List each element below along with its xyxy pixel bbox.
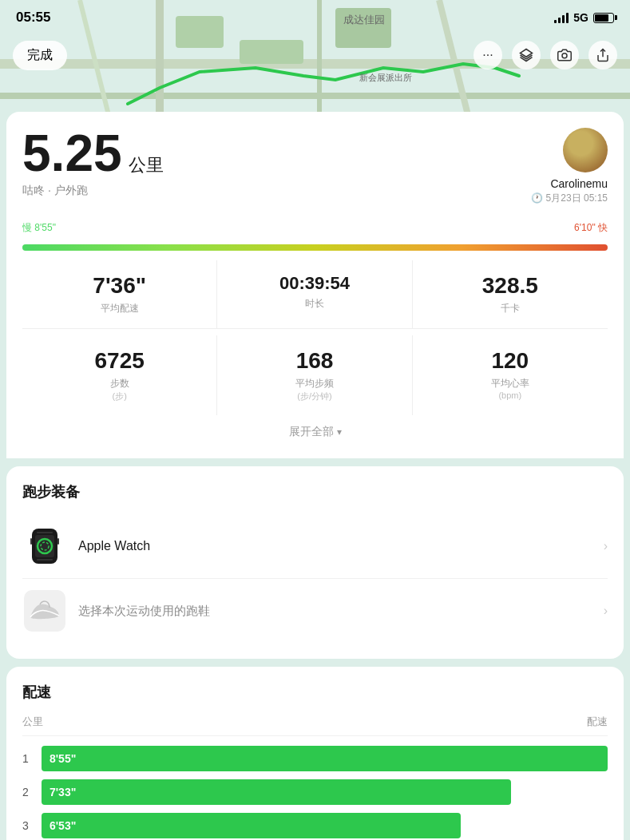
more-button[interactable]: ··· [473, 41, 502, 69]
bar-pace-label: 6'53" [50, 819, 76, 832]
km-col-label: 公里 [22, 715, 43, 729]
camera-icon [557, 48, 572, 62]
date-time: 🕐 5月23日 05:15 [531, 192, 608, 205]
bar-km-label: 3 [22, 819, 42, 832]
cadence-value: 168 [224, 348, 405, 374]
bar-fill: 8'55" [42, 746, 608, 771]
chart-header: 公里 配速 [22, 715, 608, 736]
stats-card: 5.25 公里 咕咚 · 户外跑 Carolinemu 🕐 5月23日 05:1… [6, 112, 624, 458]
signal-icon [554, 12, 569, 23]
steps-value: 6725 [29, 348, 210, 374]
cadence-sub: (步/分钟) [224, 390, 405, 402]
bar-container: 6'53" [42, 813, 608, 838]
heart-rate-cell: 120 平均心率 (bpm) [413, 335, 608, 415]
equipment-title: 跑步装备 [22, 482, 608, 501]
status-icons: 5G [554, 11, 614, 24]
bar-km-label: 2 [22, 786, 42, 798]
calories-cell: 328.5 千卡 [413, 260, 608, 328]
apple-watch-chevron: › [604, 539, 608, 553]
duration-cell: 00:39:54 时长 [217, 260, 412, 328]
layers-button[interactable] [512, 41, 541, 69]
clock-icon: 🕐 [531, 192, 543, 204]
calories-value: 328.5 [419, 273, 601, 299]
bar-pace-label: 8'55" [50, 752, 76, 765]
cadence-cell: 168 平均步频 (步/分钟) [217, 335, 412, 415]
heart-rate-value: 120 [419, 348, 601, 374]
svg-rect-19 [57, 538, 59, 545]
shoe-placeholder: 选择本次运动使用的跑鞋 [78, 604, 604, 619]
duration-label: 时长 [224, 297, 405, 311]
steps-cell: 6725 步数 (步) [22, 335, 217, 415]
pace-col-label: 配速 [587, 715, 608, 729]
more-icon: ··· [482, 48, 493, 62]
bar-row-1: 18'55" [22, 746, 608, 771]
stats-header: 5.25 公里 咕咚 · 户外跑 Carolinemu 🕐 5月23日 05:1… [22, 128, 608, 205]
bar-fill: 7'33" [42, 779, 511, 805]
bar-row-2: 27'33" [22, 779, 608, 805]
avg-pace-label: 平均配速 [29, 302, 210, 315]
avg-pace-cell: 7'36" 平均配速 [22, 260, 217, 328]
top-nav: 完成 ··· [0, 35, 630, 75]
apple-watch-name: Apple Watch [78, 539, 604, 553]
bar-km-label: 1 [22, 752, 42, 765]
layers-icon [519, 48, 533, 62]
activity-label: 咕咚 · 户外跑 [22, 184, 164, 198]
pace-bar [22, 244, 608, 251]
distance-block: 5.25 公里 咕咚 · 户外跑 [22, 128, 164, 198]
expand-label: 展开全部 [289, 425, 334, 439]
status-time: 05:55 [16, 10, 50, 26]
pace-gradient-section: 慢 8'55" 6'10" 快 [22, 221, 608, 251]
svg-rect-13 [37, 532, 53, 533]
pace-slow-label: 慢 8'55" [22, 221, 56, 235]
svg-rect-14 [37, 559, 53, 561]
heart-rate-sub: (bpm) [419, 390, 601, 400]
stats-grid-row1: 7'36" 平均配速 00:39:54 时长 328.5 千卡 [22, 260, 608, 328]
username: Carolinemu [531, 177, 608, 190]
calories-label: 千卡 [419, 302, 601, 315]
distance-unit: 公里 [129, 155, 164, 175]
avatar [563, 128, 608, 172]
status-bar: 05:55 5G [0, 0, 630, 35]
shoe-icon-container [22, 588, 67, 633]
divider-1 [22, 328, 608, 329]
battery-icon [593, 13, 614, 23]
nav-icons: ··· [473, 41, 617, 69]
user-block: Carolinemu 🕐 5月23日 05:15 [531, 128, 608, 205]
share-button[interactable] [588, 41, 617, 69]
heart-rate-label: 平均心率 [419, 377, 601, 390]
done-button[interactable]: 完成 [13, 41, 67, 70]
avg-pace-value: 7'36" [29, 273, 210, 299]
stats-grid-row2: 6725 步数 (步) 168 平均步频 (步/分钟) 120 平均心率 (bp… [22, 335, 608, 415]
bar-container: 8'55" [42, 746, 608, 771]
apple-watch-item[interactable]: Apple Watch › [22, 514, 608, 579]
cadence-label: 平均步频 [224, 377, 405, 390]
apple-watch-svg [24, 525, 65, 567]
bar-fill: 6'53" [42, 813, 461, 838]
shoe-svg [24, 590, 65, 632]
pace-chart-title: 配速 [22, 683, 608, 702]
shoe-item[interactable]: 选择本次运动使用的跑鞋 › [22, 579, 608, 643]
duration-value: 00:39:54 [224, 273, 405, 294]
bar-pace-label: 7'33" [50, 786, 76, 798]
apple-watch-icon-container [22, 524, 67, 569]
distance-value: 5.25 [22, 125, 122, 182]
pace-chart-card: 配速 公里 配速 18'55"27'33"36'53"46'10"最快56'13… [6, 667, 624, 840]
steps-sub: (步) [29, 390, 210, 402]
network-label: 5G [573, 11, 588, 24]
camera-button[interactable] [550, 41, 579, 69]
share-icon [596, 48, 610, 62]
bar-chart: 18'55"27'33"36'53"46'10"最快56'13" [22, 746, 608, 840]
steps-label: 步数 [29, 377, 210, 390]
bar-container: 7'33" [42, 779, 608, 805]
pace-fast-label: 6'10" 快 [574, 221, 608, 235]
expand-button[interactable]: 展开全部 ▾ [22, 415, 608, 442]
shoe-chevron: › [604, 604, 608, 618]
content-area: 5.25 公里 咕咚 · 户外跑 Carolinemu 🕐 5月23日 05:1… [0, 0, 630, 840]
chevron-down-icon: ▾ [337, 426, 342, 438]
svg-point-10 [562, 53, 567, 58]
bar-row-3: 36'53" [22, 813, 608, 838]
equipment-card: 跑步装备 Apple Watch › [6, 466, 624, 659]
svg-rect-18 [30, 538, 32, 545]
